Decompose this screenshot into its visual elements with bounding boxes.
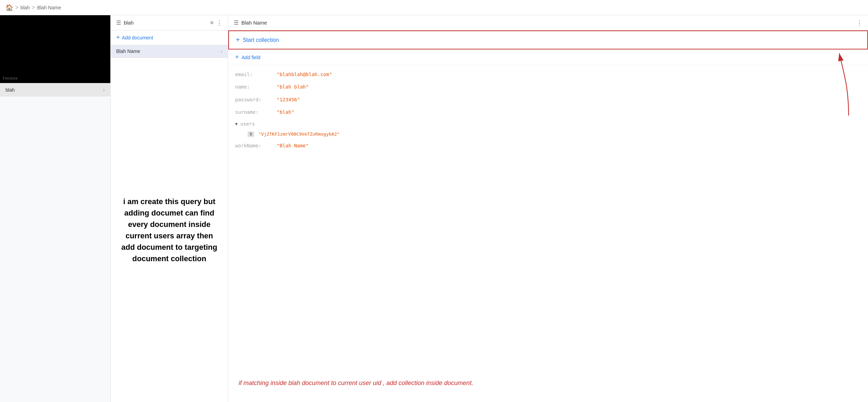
array-item-0: 0 "VjZfKF1zmrV00C9VeTZxRmogybA2": [228, 129, 868, 139]
breadcrumb-bar: 🏠 > blah > Blah Name: [0, 0, 868, 15]
field-row-name: name: "blah blah": [228, 81, 868, 93]
breadcrumb-crumb-2: Blah Name: [37, 5, 61, 10]
start-collection-plus: +: [236, 36, 240, 44]
array-value-0: "VjZfKF1zmrV00C9VeTZxRmogybA2": [258, 131, 340, 137]
field-value-workname: "Blah Name": [277, 142, 309, 149]
field-row-password: password: "123456": [228, 93, 868, 106]
center-panel-header: ☰ blah ≡ ⋮: [111, 15, 228, 30]
sub-collection-caret: ▾: [235, 121, 238, 127]
collection-icon: ☰: [116, 19, 121, 26]
add-document-plus: +: [116, 34, 120, 41]
add-field-plus: +: [235, 54, 239, 61]
center-panel-menu-icon[interactable]: ⋮: [216, 20, 222, 26]
field-row-workname: workName: "Blah Name": [228, 139, 868, 152]
center-panel-title-group: ☰ blah: [116, 19, 133, 26]
center-annotation-area: i am create this query but adding docume…: [111, 58, 228, 402]
field-value-name: "blah blah": [277, 83, 309, 91]
right-annotation-area: if matching inside blah document to curr…: [228, 155, 868, 402]
main-layout: Firestore blah › ☰ blah ≡ ⋮ + Add docume…: [0, 15, 868, 402]
collection-item-arrow: ›: [103, 87, 105, 93]
field-value-email: "blahblah@blah.com": [277, 71, 332, 78]
right-panel-header: ☰ Blah Name ⋮: [228, 15, 868, 30]
field-row-surname: surname: "blah": [228, 106, 868, 118]
document-icon: ☰: [234, 19, 239, 26]
center-annotation-text: i am create this query but adding docume…: [121, 196, 218, 264]
array-index-0: 0: [248, 131, 254, 137]
add-document-button[interactable]: + Add document: [111, 30, 228, 45]
breadcrumb-separator-1: >: [15, 4, 18, 11]
preview-image: Firestore: [0, 15, 110, 83]
right-annotation-text: if matching inside blah document to curr…: [239, 378, 473, 388]
field-key-password: password:: [235, 96, 277, 103]
document-list-item[interactable]: Blah Name ›: [111, 45, 228, 58]
right-panel-actions: ⋮: [856, 20, 862, 26]
home-icon[interactable]: 🏠: [6, 4, 13, 11]
fields-list: email: "blahblah@blah.com" name: "blah b…: [228, 65, 868, 155]
field-key-name: name:: [235, 83, 277, 91]
add-document-label: Add document: [122, 35, 153, 40]
field-row-email: email: "blahblah@blah.com": [228, 68, 868, 81]
breadcrumb-separator-2: >: [32, 4, 35, 11]
right-panel-title: Blah Name: [241, 20, 267, 26]
add-field-button[interactable]: + Add field: [228, 49, 868, 65]
collection-item-label: blah: [6, 87, 15, 93]
start-collection-label: Start collection: [243, 37, 279, 43]
sub-collection-label: users: [240, 121, 255, 127]
preview-watermark: Firestore: [3, 76, 18, 80]
field-value-password: "123456": [277, 96, 300, 103]
center-panel-actions: ≡ ⋮: [210, 20, 222, 26]
filter-icon[interactable]: ≡: [210, 20, 213, 26]
start-collection-button[interactable]: + Start collection: [228, 30, 868, 49]
right-panel-wrapper: ☰ Blah Name ⋮ + Start collection + Add f…: [228, 15, 868, 402]
add-field-label: Add field: [242, 55, 260, 60]
field-value-surname: "blah": [277, 108, 294, 116]
field-key-email: email:: [235, 71, 277, 78]
sub-collection-users[interactable]: ▾ users: [228, 119, 868, 129]
field-key-workname: workName:: [235, 142, 277, 149]
breadcrumb-crumb-1[interactable]: blah: [20, 5, 29, 10]
document-name: Blah Name: [116, 48, 140, 54]
document-arrow: ›: [221, 48, 222, 54]
center-panel: ☰ blah ≡ ⋮ + Add document Blah Name › i …: [111, 15, 228, 402]
field-key-surname: surname:: [235, 108, 277, 116]
collection-item-blah[interactable]: blah ›: [0, 83, 110, 97]
left-panel: Firestore blah ›: [0, 15, 111, 402]
right-panel: ☰ Blah Name ⋮ + Start collection + Add f…: [228, 15, 868, 402]
center-panel-title: blah: [124, 20, 133, 26]
right-panel-menu-icon[interactable]: ⋮: [856, 20, 862, 26]
right-panel-title-group: ☰ Blah Name: [234, 19, 267, 26]
